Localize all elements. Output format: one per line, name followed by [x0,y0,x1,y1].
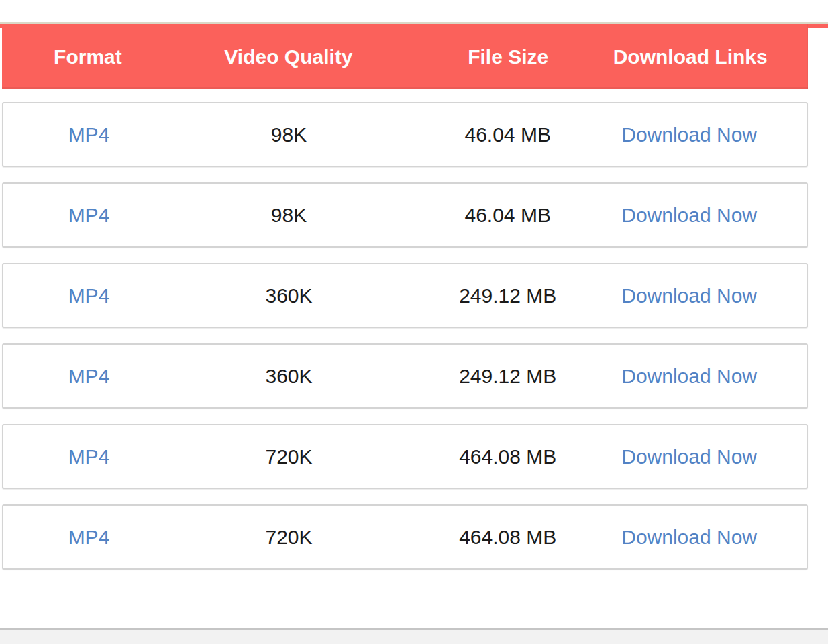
table-body: MP4 98K 46.04 MB Download Now MP4 98K 46… [2,102,808,585]
download-cell: Download Now [612,204,807,227]
download-cell: Download Now [612,123,807,146]
format-cell: MP4 [3,526,174,549]
format-cell: MP4 [3,365,174,388]
format-link[interactable]: MP4 [68,123,110,146]
header-col-format: Format [2,46,174,68]
download-now-link[interactable]: Download Now [621,526,757,548]
quality-value: 98K [174,204,403,227]
page: Format Video Quality File Size Download … [0,0,828,644]
format-cell: MP4 [3,284,174,307]
download-cell: Download Now [612,445,807,468]
size-value: 46.04 MB [403,123,612,146]
format-link[interactable]: MP4 [68,445,110,468]
format-link[interactable]: MP4 [68,284,110,307]
quality-value: 360K [174,365,403,388]
format-link[interactable]: MP4 [68,365,110,387]
download-cell: Download Now [612,284,807,307]
download-cell: Download Now [612,526,807,549]
download-now-link[interactable]: Download Now [621,284,757,307]
format-link[interactable]: MP4 [68,204,110,226]
footer-strip [0,628,828,644]
table-row: MP4 720K 464.08 MB Download Now [2,504,808,570]
table-row: MP4 98K 46.04 MB Download Now [2,102,808,167]
size-value: 249.12 MB [403,365,612,388]
table-row: MP4 360K 249.12 MB Download Now [2,343,808,409]
header-col-file-size: File Size [403,46,613,68]
header-col-download-links: Download Links [613,46,808,68]
table-row: MP4 98K 46.04 MB Download Now [2,182,808,248]
size-value: 249.12 MB [403,284,612,307]
quality-value: 360K [174,284,403,307]
download-now-link[interactable]: Download Now [621,123,757,146]
format-cell: MP4 [3,204,174,227]
size-value: 464.08 MB [403,445,612,468]
table-row: MP4 360K 249.12 MB Download Now [2,263,808,328]
table-header-row: Format Video Quality File Size Download … [2,24,808,89]
download-cell: Download Now [612,365,807,388]
size-value: 464.08 MB [403,526,612,549]
download-now-link[interactable]: Download Now [621,204,757,226]
format-link[interactable]: MP4 [68,526,110,548]
quality-value: 720K [174,526,403,549]
download-now-link[interactable]: Download Now [621,365,757,387]
header-col-video-quality: Video Quality [174,46,403,68]
quality-value: 720K [174,445,403,468]
size-value: 46.04 MB [403,204,612,227]
quality-value: 98K [174,123,403,146]
format-cell: MP4 [3,445,174,468]
format-cell: MP4 [3,123,174,146]
download-now-link[interactable]: Download Now [621,445,757,468]
table-row: MP4 720K 464.08 MB Download Now [2,424,808,489]
